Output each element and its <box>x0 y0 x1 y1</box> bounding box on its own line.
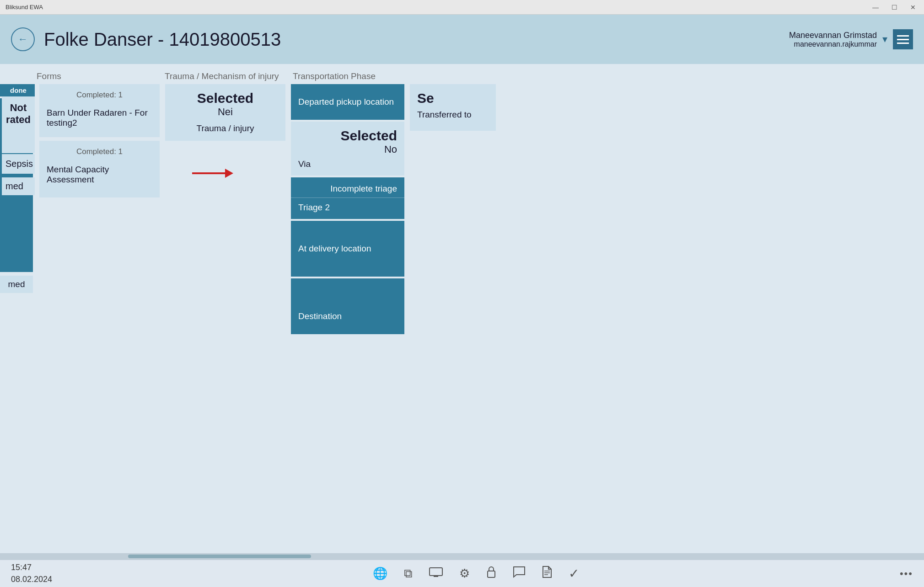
scrollbar-track[interactable] <box>0 553 924 560</box>
close-button[interactable]: ✕ <box>908 3 919 12</box>
no-label: No <box>298 144 397 155</box>
destination-card[interactable]: Destination <box>291 278 404 334</box>
user-sub: maneevannan.rajkummar <box>789 40 877 48</box>
doc-icon[interactable] <box>542 566 552 582</box>
not-rated-label: Not rated <box>5 102 31 126</box>
user-info: Maneevannan Grimstad maneevannan.rajkumm… <box>789 31 877 48</box>
sepsis-label: Sepsis <box>5 159 31 169</box>
user-name: Maneevannan Grimstad <box>789 31 877 40</box>
incomplete-triage-label: Incomplete triage <box>291 177 404 197</box>
screen-icon[interactable] <box>429 566 443 581</box>
triage2-section: Triage 2 <box>291 197 404 219</box>
dropdown-arrow-icon[interactable]: ▾ <box>882 33 887 45</box>
col-header-trauma: Trauma / Mechanism of injury <box>161 71 289 81</box>
menu-line-1 <box>897 35 909 37</box>
departed-card[interactable]: Departed pickup location <box>291 84 404 120</box>
maximize-button[interactable]: ☐ <box>889 3 900 12</box>
minimize-button[interactable]: — <box>870 3 881 12</box>
med-card: med <box>2 177 35 195</box>
back-icon: ← <box>18 33 28 45</box>
transferred-to-label: Transferred to <box>417 110 489 120</box>
col-left-partial: done Not rated Sepsis med <box>0 84 37 553</box>
se-label: Se <box>417 91 489 106</box>
lock-icon[interactable] <box>486 566 496 582</box>
not-rated-card[interactable]: Not rated <box>2 96 35 153</box>
completed-1-label: Completed: 1 <box>47 91 152 100</box>
trauma-header-label: Trauma / Mechanism of injury <box>165 71 279 81</box>
transferred-card[interactable]: Se Transferred to <box>410 84 496 131</box>
main-area: Forms Trauma / Mechanism of injury Trans… <box>0 64 924 560</box>
col-forms: Completed: 1 Barn Under Radaren - For te… <box>37 84 162 553</box>
selected-label: Selected <box>172 91 278 106</box>
via-label: Via <box>298 159 397 169</box>
transport-header-label: Transportation Phase <box>293 71 376 81</box>
back-button[interactable]: ← <box>11 27 35 51</box>
window-controls: — ☐ ✕ <box>870 3 919 12</box>
col-transport: Departed pickup location Selected No Via… <box>288 84 407 553</box>
statusbar: 15:47 08.02.2024 🌐 ⧉ ⚙ <box>0 560 924 587</box>
header-left: ← Folke Danser - 14019800513 <box>11 27 281 51</box>
triage-card[interactable]: Incomplete triage Triage 2 <box>291 177 404 219</box>
titlebar: Bliksund EWA — ☐ ✕ <box>0 0 924 15</box>
svg-rect-1 <box>434 576 438 577</box>
form-card-2[interactable]: Completed: 1 Mental Capacity Assessment <box>39 141 160 197</box>
page-header: ← Folke Danser - 14019800513 Maneevannan… <box>0 15 924 64</box>
column-headers: Forms Trauma / Mechanism of injury Trans… <box>0 64 924 84</box>
header-right: Maneevannan Grimstad maneevannan.rajkumm… <box>789 29 913 49</box>
columns-layout: done Not rated Sepsis med Completed: 1 B… <box>0 84 924 553</box>
form-card-1[interactable]: Completed: 1 Barn Under Radaren - For te… <box>39 84 160 137</box>
more-button[interactable]: ••• <box>900 568 913 580</box>
nei-label: Nei <box>172 106 278 118</box>
check-icon[interactable]: ✓ <box>569 566 579 581</box>
page-title: Folke Danser - 14019800513 <box>44 29 281 50</box>
at-delivery-card[interactable]: At delivery location <box>291 221 404 277</box>
col-right-partial: Se Transferred to <box>407 84 499 553</box>
forms-header-label: Forms <box>37 71 61 81</box>
at-delivery-label: At delivery location <box>298 244 397 254</box>
col-trauma: Selected Nei Trauma / injury <box>162 84 288 553</box>
med-label: med <box>5 181 31 192</box>
completed-2-label: Completed: 1 <box>47 147 152 156</box>
col-header-forms: Forms <box>33 71 161 81</box>
app-title: Bliksund EWA <box>5 4 43 11</box>
selected-no-card[interactable]: Selected No Via <box>291 122 404 176</box>
selected-nei-card[interactable]: Selected Nei Trauma / injury <box>165 84 285 141</box>
svg-rect-0 <box>430 568 442 576</box>
destination-label: Destination <box>298 311 397 321</box>
col-header-transport: Transportation Phase <box>289 71 410 81</box>
form-1-name: Barn Under Radaren - For testing2 <box>47 108 152 128</box>
chat-icon[interactable] <box>513 566 526 581</box>
status-time: 15:47 08.02.2024 <box>11 562 52 585</box>
done-badge: done <box>2 84 35 96</box>
menu-line-2 <box>897 39 909 40</box>
form-2-name: Mental Capacity Assessment <box>47 165 152 185</box>
statusbar-icons: 🌐 ⧉ ⚙ <box>52 566 900 582</box>
menu-line-3 <box>897 43 909 44</box>
date-label: 08.02.2024 <box>11 574 52 585</box>
svg-rect-2 <box>488 571 495 577</box>
globe-icon[interactable]: 🌐 <box>373 566 387 581</box>
trauma-injury-label: Trauma / injury <box>172 123 278 133</box>
time-label: 15:47 <box>11 562 52 573</box>
scrollbar-thumb[interactable] <box>128 555 311 558</box>
copy-icon[interactable]: ⧉ <box>404 566 413 581</box>
sepsis-card[interactable]: Sepsis <box>2 154 35 174</box>
gear-icon[interactable]: ⚙ <box>459 566 470 581</box>
departed-label: Departed pickup location <box>298 97 397 107</box>
hamburger-menu-button[interactable] <box>893 29 913 49</box>
selected-no-label: Selected <box>298 128 397 144</box>
triage2-label: Triage 2 <box>298 203 397 213</box>
